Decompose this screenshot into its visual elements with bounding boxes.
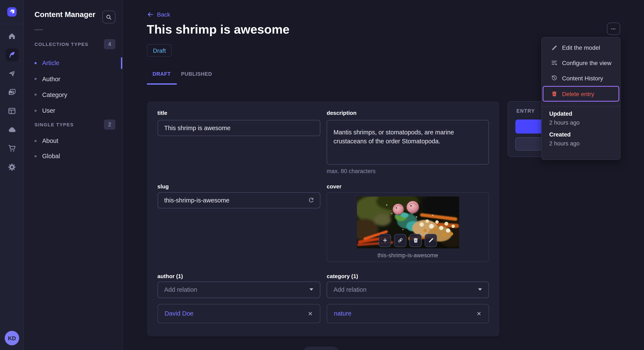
tab-bar: DRAFT PUBLISHED — [147, 68, 216, 80]
description-hint: max. 80 characters — [327, 168, 376, 174]
content-type-builder-icon[interactable] — [5, 105, 18, 117]
bullet-icon — [34, 62, 37, 64]
title-input[interactable]: This shrimp is awesome — [158, 120, 320, 136]
active-indicator — [121, 57, 122, 69]
refresh-icon — [308, 197, 314, 203]
status-badge: Draft — [147, 44, 172, 57]
remove-asset-button[interactable] — [409, 234, 422, 247]
category-relation-combobox[interactable]: Add relation — [327, 281, 489, 298]
edit-asset-button[interactable] — [425, 234, 437, 247]
search-icon — [106, 14, 112, 20]
slug-input[interactable]: this-shrimp-is-awesome — [158, 192, 320, 208]
cover-caption: this-shrimp-is-awesome — [327, 252, 488, 258]
single-types-count-badge: 2 — [104, 120, 116, 130]
section-collection-types: COLLECTION TYPES — [34, 42, 88, 47]
author-label: author (1) — [158, 273, 183, 279]
slug-label: slug — [158, 183, 169, 189]
pencil-icon — [428, 237, 434, 243]
created-value: 2 hours ago — [549, 140, 580, 147]
updated-label: Updated — [549, 111, 572, 117]
section-single-types: SINGLE TYPES — [34, 122, 74, 127]
link-icon — [397, 237, 403, 243]
title-label: title — [158, 110, 167, 116]
regenerate-slug-button[interactable] — [308, 197, 314, 203]
rail-divider — [0, 24, 24, 24]
plus-icon — [382, 237, 388, 243]
trash-icon — [412, 237, 418, 243]
close-icon[interactable] — [476, 311, 482, 316]
relation-link[interactable]: nature — [334, 310, 352, 317]
close-icon[interactable] — [307, 311, 313, 316]
updated-value: 2 hours ago — [549, 120, 580, 126]
icon-rail: KD — [0, 0, 24, 350]
marketplace-icon[interactable] — [5, 142, 18, 155]
home-icon[interactable] — [5, 30, 18, 42]
category-relation-item[interactable]: nature — [327, 304, 489, 323]
add-asset-button[interactable] — [379, 234, 391, 247]
author-relation-combobox[interactable]: Add relation — [158, 281, 320, 298]
menu-item-edit-model[interactable]: Edit the model — [542, 40, 620, 55]
menu-item-content-history[interactable]: Content History — [542, 70, 620, 86]
history-icon — [551, 75, 557, 81]
more-actions-menu: Edit the model Configure the view Conten… — [541, 37, 620, 160]
strapi-admin: KD Content Manager COLLECTION TYPES 4 Ar… — [0, 0, 644, 350]
tab-published[interactable]: PUBLISHED — [176, 68, 216, 80]
created-label: Created — [549, 131, 571, 138]
subnav-title: Content Manager — [34, 10, 96, 19]
cover-label: cover — [327, 183, 342, 189]
deploy-icon[interactable] — [5, 123, 18, 136]
back-link[interactable]: Back — [147, 11, 170, 18]
trash-icon — [551, 91, 557, 97]
user-avatar[interactable]: KD — [5, 331, 19, 345]
content-manager-subnav: Content Manager COLLECTION TYPES 4 Artic… — [24, 0, 123, 350]
tab-draft[interactable]: DRAFT — [147, 68, 176, 80]
bullet-icon — [34, 110, 37, 112]
cover-field: this-shrimp-is-awesome — [327, 192, 489, 262]
entry-panel-label: ENTRY — [516, 108, 535, 113]
description-textarea[interactable]: Mantis shrimps, or stomatopods, are mari… — [327, 120, 489, 164]
sidebar-item-global[interactable]: Global — [34, 151, 60, 161]
search-button[interactable] — [102, 11, 116, 23]
media-library-icon[interactable] — [5, 86, 18, 99]
scroll-to-bottom-pill[interactable] — [303, 347, 339, 350]
author-relation-item[interactable]: David Doe — [158, 304, 320, 323]
menu-divider — [542, 106, 620, 107]
bullet-icon — [34, 94, 37, 96]
bullet-icon — [34, 140, 37, 142]
edit-form-card: title This shrimp is awesome slug this-s… — [147, 101, 500, 336]
category-label: category (1) — [327, 273, 358, 279]
page-title: This shrimp is awesome — [147, 22, 290, 37]
chevron-down-icon — [478, 288, 482, 291]
pencil-icon — [551, 44, 557, 51]
strapi-logo[interactable] — [7, 7, 16, 16]
menu-item-configure-view[interactable]: Configure the view — [542, 55, 620, 70]
list-settings-icon — [551, 59, 557, 66]
cover-action-toolbar — [327, 234, 488, 247]
copy-link-button[interactable] — [394, 234, 406, 247]
settings-icon[interactable] — [5, 161, 18, 174]
description-label: description — [327, 110, 356, 116]
bullet-icon — [34, 78, 37, 80]
arrow-left-icon — [147, 11, 154, 18]
releases-icon[interactable] — [5, 67, 18, 80]
content-manager-icon[interactable] — [5, 48, 18, 61]
chevron-down-icon — [309, 288, 313, 291]
relation-link[interactable]: David Doe — [164, 310, 193, 317]
main-content: Back This shrimp is awesome Draft DRAFT … — [123, 0, 644, 350]
collection-types-count-badge: 4 — [104, 39, 116, 49]
ellipsis-icon — [610, 25, 617, 32]
strapi-logo-icon — [7, 7, 16, 16]
more-actions-button[interactable] — [607, 22, 620, 35]
bullet-icon — [34, 155, 37, 157]
menu-item-delete-entry[interactable]: Delete entry — [542, 86, 620, 101]
subnav-divider — [34, 29, 43, 30]
sidebar-item-article[interactable]: Article — [34, 58, 60, 68]
active-tab-underline — [147, 83, 176, 84]
sidebar-item-category[interactable]: Category — [34, 90, 67, 100]
sidebar-item-user[interactable]: User — [34, 105, 55, 116]
sidebar-item-about[interactable]: About — [34, 136, 58, 146]
sidebar-item-author[interactable]: Author — [34, 74, 60, 84]
